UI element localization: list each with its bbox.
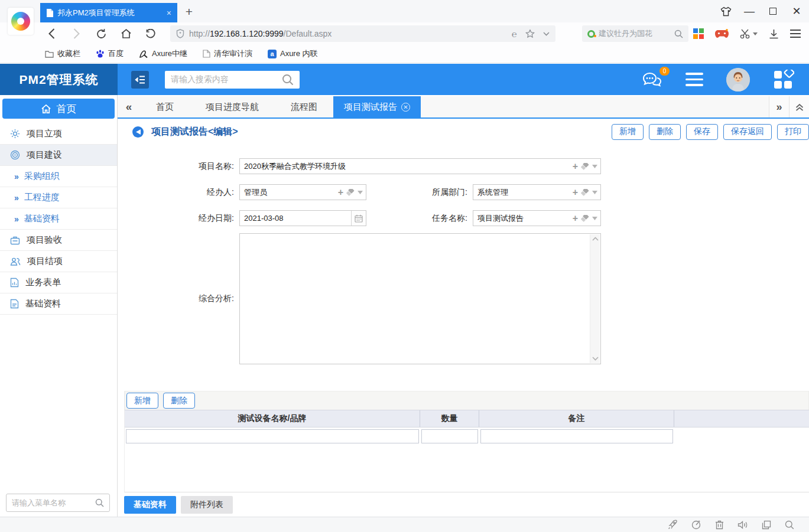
bookmark-tsinghua-audit[interactable]: 清华审计演: [203, 48, 252, 59]
sidebar-item-basic-data[interactable]: 基础资料: [0, 293, 117, 315]
analysis-textarea[interactable]: [239, 233, 601, 364]
date-field[interactable]: [239, 210, 366, 226]
detail-add-button[interactable]: 新增: [126, 393, 158, 409]
tabs-scroll-right-icon[interactable]: »: [769, 96, 789, 118]
new-tab-button[interactable]: +: [182, 5, 196, 19]
scrollbar[interactable]: [590, 234, 600, 363]
maximize-button[interactable]: [765, 4, 781, 19]
sidebar-item-project-construction[interactable]: 项目建设: [0, 145, 117, 166]
remark-input[interactable]: [480, 429, 673, 443]
browser-menu-icon[interactable]: [790, 30, 801, 38]
tab-test-report[interactable]: 项目测试报告 ✕: [333, 96, 421, 118]
print-button[interactable]: 打印: [777, 124, 809, 140]
department-field[interactable]: +: [473, 184, 601, 200]
sidebar-item-project-initiation[interactable]: 项目立项: [0, 123, 117, 145]
browser-logo[interactable]: [8, 8, 34, 35]
collapse-up-icon[interactable]: [789, 96, 809, 118]
avatar[interactable]: [726, 68, 750, 92]
bookmark-baidu[interactable]: 百度: [96, 48, 124, 59]
sidebar-item-project-acceptance[interactable]: 项目验收: [0, 230, 117, 251]
tab-flowchart[interactable]: 流程图: [275, 96, 333, 118]
sidebar-home-button[interactable]: 首页: [2, 99, 115, 119]
scissors-dropdown-icon[interactable]: [753, 32, 758, 35]
delete-button[interactable]: 删除: [649, 124, 681, 140]
scroll-up-icon[interactable]: [592, 237, 599, 241]
home-icon[interactable]: [119, 27, 132, 40]
eraser-icon[interactable]: [581, 215, 589, 222]
bookmark-axure-inline[interactable]: a Axure 内联: [268, 48, 318, 59]
search-icon[interactable]: [95, 498, 104, 507]
booster-rocket-icon[interactable]: [668, 520, 678, 530]
search-icon[interactable]: [674, 30, 683, 38]
browser-tab[interactable]: 邦永PM2项目管理系统 ×: [40, 3, 177, 22]
speed-gauge-icon[interactable]: [691, 520, 701, 530]
apps-grid-icon[interactable]: [693, 28, 704, 39]
bookmark-star-icon[interactable]: [525, 29, 535, 38]
sidebar-item-basic-data-sub[interactable]: » 基础资料: [0, 208, 117, 230]
bookmark-favorites[interactable]: 收藏栏: [45, 48, 80, 59]
tab-basic-data[interactable]: 基础资料: [124, 496, 176, 514]
device-name-input[interactable]: [126, 429, 419, 443]
app-search-box[interactable]: 请输入搜索内容: [165, 71, 300, 89]
menu-search-box[interactable]: 请输入菜单名称: [6, 494, 110, 512]
url-bar[interactable]: http://192.168.1.120:9999/Default.aspx ℮: [170, 25, 555, 42]
forward-icon[interactable]: [70, 27, 83, 40]
chevron-down-icon[interactable]: [543, 32, 550, 36]
tab-close-icon[interactable]: ×: [167, 8, 171, 18]
app-menu-icon[interactable]: [685, 73, 703, 86]
apps-launcher-icon[interactable]: [773, 70, 794, 90]
undo-icon[interactable]: [144, 27, 157, 40]
dropdown-caret-icon[interactable]: [358, 191, 363, 194]
back-button[interactable]: [132, 126, 144, 138]
messages-button[interactable]: 0: [642, 72, 662, 87]
sidebar-item-procurement[interactable]: » 采购组织: [0, 166, 117, 187]
tab-close-icon[interactable]: ✕: [401, 103, 410, 112]
dropdown-caret-icon[interactable]: [592, 191, 597, 194]
quantity-input[interactable]: [421, 429, 478, 443]
detail-delete-button[interactable]: 删除: [163, 393, 195, 409]
download-icon[interactable]: [769, 29, 779, 39]
back-icon[interactable]: [45, 27, 58, 40]
add-button[interactable]: 新增: [612, 124, 644, 140]
eraser-icon[interactable]: [346, 189, 355, 196]
search-icon[interactable]: [282, 74, 294, 86]
skin-icon[interactable]: [718, 4, 733, 19]
add-lookup-icon[interactable]: +: [573, 188, 578, 197]
eraser-icon[interactable]: [581, 189, 589, 196]
date-input[interactable]: [240, 211, 366, 226]
agent-field[interactable]: +: [239, 184, 366, 200]
eraser-icon[interactable]: [581, 163, 589, 170]
task-name-field[interactable]: +: [473, 210, 601, 226]
screenshot-scissors-icon[interactable]: [740, 29, 758, 39]
zoom-icon[interactable]: [785, 520, 794, 530]
sidebar-item-project-closing[interactable]: 项目结项: [0, 251, 117, 272]
scroll-down-icon[interactable]: [592, 357, 599, 361]
add-lookup-icon[interactable]: +: [338, 188, 343, 197]
compatibility-mode-icon[interactable]: ℮: [512, 29, 517, 39]
gamepad-icon[interactable]: [715, 29, 729, 38]
add-lookup-icon[interactable]: +: [573, 162, 578, 171]
dropdown-caret-icon[interactable]: [592, 217, 597, 220]
add-lookup-icon[interactable]: +: [573, 214, 578, 223]
project-name-field[interactable]: +: [239, 158, 601, 174]
trash-icon[interactable]: [715, 520, 724, 530]
sidebar-item-engineering-progress[interactable]: » 工程进度: [0, 187, 117, 208]
sidebar-toggle-button[interactable]: [131, 71, 149, 89]
bookmark-axure-relay[interactable]: Axure中继: [139, 48, 187, 59]
refresh-icon[interactable]: [95, 27, 108, 40]
browser-search-box[interactable]: 建议牡丹为国花: [582, 25, 688, 42]
tab-progress-nav[interactable]: 项目进度导航: [190, 96, 275, 118]
save-button[interactable]: 保存: [686, 124, 718, 140]
speaker-icon[interactable]: [737, 520, 748, 530]
tab-home[interactable]: 首页: [140, 96, 190, 118]
dropdown-caret-icon[interactable]: [592, 165, 597, 168]
tabs-scroll-left-icon[interactable]: «: [118, 96, 140, 118]
close-button[interactable]: ✕: [789, 4, 804, 19]
small-window-icon[interactable]: [762, 520, 771, 530]
calendar-button[interactable]: [351, 211, 366, 226]
project-name-input[interactable]: [240, 159, 600, 174]
sidebar-item-business-forms[interactable]: 业务表单: [0, 272, 117, 293]
minimize-button[interactable]: —: [742, 4, 757, 19]
save-return-button[interactable]: 保存返回: [723, 124, 772, 140]
tab-attachment-list[interactable]: 附件列表: [181, 496, 233, 514]
